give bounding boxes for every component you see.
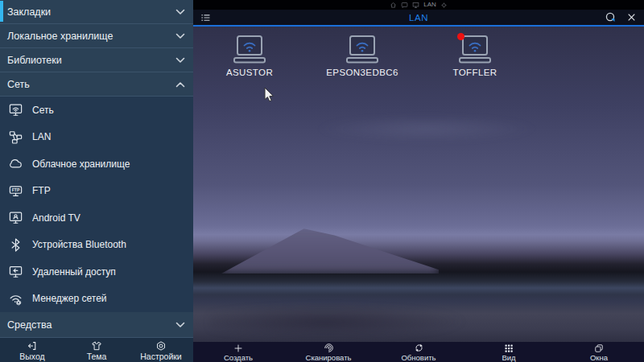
exit-icon [27,340,38,352]
title-bar: LAN [193,10,644,27]
sidebar-section-local-storage[interactable]: Локальное хранилище [0,24,193,48]
bottom-toolbar: Создать Сканировать [193,342,644,362]
network-monitor-icon [6,101,25,120]
section-label: Локальное хранилище [7,31,175,42]
sidebar-item-label: LAN [32,131,51,142]
focus-indicator [0,1,3,22]
ftp-icon: FTP [6,181,25,200]
main-panel: LAN LAN [193,0,644,362]
sidebar-item-label: FTP [32,185,51,196]
sidebar-item-network[interactable]: Сеть [0,97,193,124]
scan-label: Сканировать [306,353,352,362]
device-toffler[interactable]: TOFFLER [427,35,523,77]
bluetooth-icon [6,235,25,254]
section-label: Сеть [7,79,175,90]
sidebar-item-android-tv[interactable]: Android TV [0,204,193,232]
svg-text:FTP: FTP [11,187,19,192]
exit-button[interactable]: Выход [0,338,64,362]
status-bar: LAN [193,0,644,10]
computer-icon [412,2,419,9]
message-icon [401,2,408,9]
sidebar-item-label: Устройства Bluetooth [32,239,126,250]
sidebar-item-network-manager[interactable]: Менеджер сетей [0,286,193,313]
theme-button[interactable]: Тема [64,338,129,362]
chevron-down-icon [175,9,185,15]
sidebar-section-bookmarks[interactable]: Закладки [0,0,193,24]
scan-button[interactable]: Сканировать [283,342,374,362]
view-button[interactable]: Вид [464,342,554,362]
network-manager-icon [6,289,25,308]
close-icon[interactable] [626,12,637,23]
sidebar-item-label: Сеть [32,105,54,116]
sidebar-item-label: Облачное хранилище [32,158,130,170]
status-lan-label: LAN [423,2,436,8]
sidebar-item-bluetooth-devices[interactable]: Устройства Bluetooth [0,232,193,259]
theme-icon [91,340,102,352]
android-tv-icon [6,208,25,228]
section-label: Средства [7,319,175,331]
lan-nodes-icon [6,127,25,146]
refresh-button[interactable]: Обновить [374,342,464,362]
sidebar-item-label: Android TV [32,212,80,224]
laptop-wifi-icon [314,35,411,65]
settings-label: Настройки [140,352,182,361]
network-submenu: Сеть LAN [0,97,193,312]
theme-label: Тема [87,352,107,361]
page-title: LAN [193,13,644,23]
plus-icon [233,343,243,353]
sidebar-item-label: Удаленный доступ [32,266,116,278]
create-button[interactable]: Создать [193,342,283,362]
create-label: Создать [224,353,253,362]
windows-label: Окна [590,353,608,362]
device-name: TOFFLER [427,68,523,77]
section-label: Библиотеки [7,55,175,66]
device-name: ASUSTOR [201,68,298,77]
cloud-icon [6,154,25,174]
reload-button-icon[interactable] [605,11,616,23]
sidebar-bottom-bar: Выход Тема Настройки [0,338,193,362]
file-manager-app: Закладки Локальное хранилище Библиотеки … [0,0,644,362]
sidebar-section-network[interactable]: Сеть [0,72,193,97]
chevron-down-icon [175,33,185,39]
sidebar-item-ftp[interactable]: FTP FTP [0,178,193,205]
file-area[interactable]: ASUSTOR EPSON3EDBC6 [193,27,644,342]
notification-badge [457,33,464,40]
gear-icon [440,2,448,9]
laptop-wifi-icon [201,35,298,65]
view-label: Вид [502,353,515,362]
chevron-down-icon [175,57,185,64]
sidebar-section-tools[interactable]: Средства [0,312,193,338]
settings-button[interactable]: Настройки [129,338,193,362]
sidebar-item-cloud-storage[interactable]: Облачное хранилище [0,150,193,178]
device-name: EPSON3EDBC6 [314,68,411,77]
exit-label: Выход [19,352,44,361]
wallpaper-cloud [314,115,539,142]
chevron-down-icon [175,322,185,328]
device-epson3edbc6[interactable]: EPSON3EDBC6 [314,35,411,77]
sidebar-item-label: Менеджер сетей [32,293,107,304]
home-icon [390,2,397,9]
sidebar-item-remote-access[interactable]: Удаленный доступ [0,258,193,286]
wallpaper-mountain [221,227,439,274]
windows-button[interactable]: Окна [554,342,644,362]
windows-icon [594,343,604,353]
section-label: Закладки [7,6,175,18]
sidebar-item-lan[interactable]: LAN [0,124,193,151]
sidebar: Закладки Локальное хранилище Библиотеки … [0,0,193,362]
remote-access-icon [6,262,25,282]
scan-icon [324,343,334,353]
device-asustor[interactable]: ASUSTOR [201,35,298,77]
wallpaper-reflection [209,305,467,339]
settings-icon [155,340,167,352]
refresh-label: Обновить [401,353,436,362]
chevron-up-icon [175,81,185,88]
refresh-icon [414,343,424,353]
sidebar-section-libraries[interactable]: Библиотеки [0,48,193,72]
laptop-wifi-icon [427,35,523,65]
view-grid-icon [504,343,514,353]
mouse-cursor [264,88,277,103]
